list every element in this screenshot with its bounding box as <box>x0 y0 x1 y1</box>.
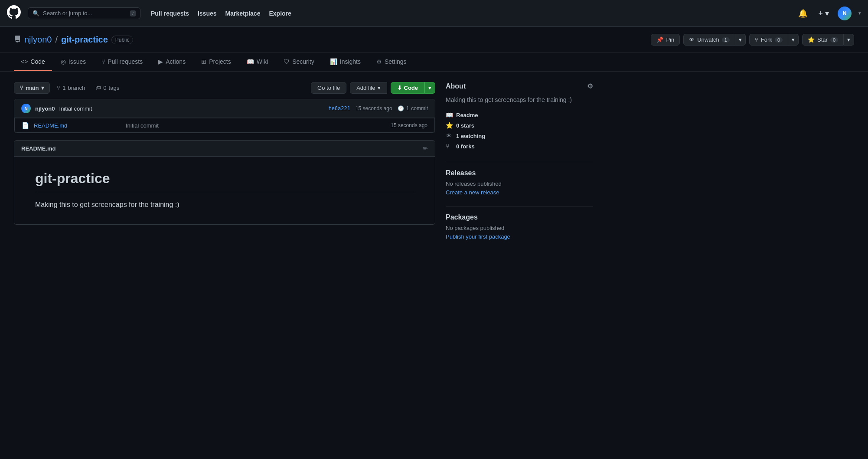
top-nav-links: Pull requests Issues Marketplace Explore <box>151 10 291 17</box>
nav-pull-requests[interactable]: Pull requests <box>151 10 189 17</box>
readme-title: README.md <box>21 145 55 152</box>
about-stat-watching[interactable]: 👁 1 watching <box>446 131 593 141</box>
releases-section: Releases No releases published Create a … <box>446 169 593 196</box>
fork-dropdown[interactable]: ▾ <box>788 34 799 46</box>
about-stat-readme[interactable]: 📖 Readme <box>446 110 593 120</box>
unwatch-button[interactable]: 👁 Unwatch 1 <box>683 34 735 46</box>
star-button[interactable]: ⭐ Star 0 <box>802 34 844 46</box>
unwatch-dropdown[interactable]: ▾ <box>735 34 746 46</box>
pin-button[interactable]: 📌 Pin <box>651 34 680 46</box>
tab-issues[interactable]: ◎ Issues <box>54 53 93 71</box>
commit-history-icon: 🕐 <box>398 105 404 111</box>
avatar-dropdown[interactable]: ▾ <box>858 10 861 16</box>
stars-stat-icon: ⭐ <box>446 122 453 129</box>
readme-box: README.md ✏ git-practice Making this to … <box>14 140 435 225</box>
settings-tab-icon: ⚙ <box>376 58 382 65</box>
commit-avatar: N <box>21 104 31 113</box>
no-releases-text: No releases published <box>446 180 593 187</box>
tab-projects[interactable]: ⊞ Projects <box>194 53 238 71</box>
readme-body: Making this to get screencaps for the tr… <box>35 199 414 210</box>
notifications-button[interactable]: 🔔 <box>796 7 809 20</box>
tab-settings[interactable]: ⚙ Settings <box>369 53 414 71</box>
visibility-badge: Public <box>111 36 134 44</box>
publish-package-link[interactable]: Publish your first package <box>446 233 510 240</box>
star-group: ⭐ Star 0 ▾ <box>802 34 854 46</box>
packages-section: Packages No packages published Publish y… <box>446 213 593 240</box>
repo-owner[interactable]: njlyon0 <box>24 35 52 45</box>
search-bar[interactable]: 🔍 Search or jump to... / <box>28 7 140 19</box>
commit-box: N njlyon0 Initial commit fe6a221 15 seco… <box>14 99 435 133</box>
top-navigation: 🔍 Search or jump to... / Pull requests I… <box>0 0 868 27</box>
pr-tab-icon: ⑂ <box>101 58 105 65</box>
watching-stat-icon: 👁 <box>446 132 453 139</box>
commit-hash[interactable]: fe6a221 <box>328 105 350 111</box>
about-header: About ⚙ <box>446 82 593 90</box>
tag-icon: 🏷 <box>95 85 101 91</box>
about-title: About <box>446 82 466 90</box>
go-to-file-button[interactable]: Go to file <box>311 82 346 94</box>
commit-header: N njlyon0 Initial commit fe6a221 15 seco… <box>14 99 435 118</box>
file-toolbar-right: Go to file Add file ▾ ⬇ Code ▾ <box>311 82 435 94</box>
avatar[interactable]: N <box>838 7 852 20</box>
about-stat-stars[interactable]: ⭐ 0 stars <box>446 120 593 131</box>
star-dropdown[interactable]: ▾ <box>844 34 854 46</box>
sidebar-divider-2 <box>446 206 593 207</box>
branch-selector[interactable]: ⑂ main ▾ <box>14 82 50 94</box>
star-icon: ⭐ <box>808 36 815 43</box>
file-name[interactable]: README.md <box>34 122 121 129</box>
tab-code[interactable]: <> Code <box>14 53 52 71</box>
sidebar-divider-1 <box>446 162 593 162</box>
tab-pull-requests[interactable]: ⑂ Pull requests <box>95 53 150 71</box>
releases-title: Releases <box>446 169 593 177</box>
fork-button[interactable]: ⑂ Fork 0 <box>749 34 788 46</box>
file-commit-message: Initial commit <box>126 122 385 129</box>
add-file-button[interactable]: Add file ▾ <box>350 82 387 94</box>
nav-issues[interactable]: Issues <box>198 10 217 17</box>
file-table: 📄 README.md Initial commit 15 seconds ag… <box>14 118 435 133</box>
create-release-link[interactable]: Create a new release <box>446 189 499 196</box>
repo-title: njlyon0 / git-practice Public <box>14 35 133 45</box>
watching-stat-link[interactable]: 1 watching <box>456 133 485 139</box>
table-row[interactable]: 📄 README.md Initial commit 15 seconds ag… <box>15 118 434 132</box>
tab-security[interactable]: 🛡 Security <box>277 53 321 71</box>
nav-marketplace[interactable]: Marketplace <box>225 10 261 17</box>
tab-wiki[interactable]: 📖 Wiki <box>240 53 275 71</box>
top-nav-right: 🔔 + ▾ N ▾ <box>796 7 861 20</box>
tag-count-link[interactable]: 🏷 0 tags <box>92 83 123 93</box>
about-stat-forks[interactable]: ⑂ 0 forks <box>446 141 593 151</box>
content-left: ⑂ main ▾ ⑂ 1 branch 🏷 0 tags Go to file … <box>14 82 435 240</box>
forks-stat-link[interactable]: 0 forks <box>456 143 475 150</box>
repo-name[interactable]: git-practice <box>61 35 108 45</box>
about-settings-button[interactable]: ⚙ <box>587 82 593 90</box>
commit-message: Initial commit <box>59 105 92 112</box>
readme-edit-button[interactable]: ✏ <box>423 145 428 152</box>
tab-insights[interactable]: 📊 Insights <box>323 53 368 71</box>
file-toolbar: ⑂ main ▾ ⑂ 1 branch 🏷 0 tags Go to file … <box>14 82 435 94</box>
nav-explore[interactable]: Explore <box>269 10 291 17</box>
code-icon: ⬇ <box>397 85 402 91</box>
code-dropdown[interactable]: ▾ <box>424 82 435 94</box>
commit-history-button[interactable]: 🕐 1 commit <box>398 105 428 111</box>
add-file-group: Add file ▾ <box>350 82 387 94</box>
repo-header: njlyon0 / git-practice Public 📌 Pin 👁 Un… <box>0 27 868 53</box>
stars-stat-link[interactable]: 0 stars <box>456 122 474 129</box>
projects-tab-icon: ⊞ <box>201 58 206 65</box>
github-logo[interactable] <box>7 5 21 22</box>
packages-title: Packages <box>446 213 593 221</box>
unwatch-group: 👁 Unwatch 1 ▾ <box>683 34 746 46</box>
code-tab-icon: <> <box>21 58 28 65</box>
branch-count-link[interactable]: ⑂ 1 branch <box>53 83 88 93</box>
commit-time: 15 seconds ago <box>356 105 392 111</box>
tab-actions[interactable]: ▶ Actions <box>151 53 193 71</box>
readme-heading: git-practice <box>35 170 414 192</box>
code-button-group: ⬇ Code ▾ <box>391 82 436 94</box>
create-menu-button[interactable]: + ▾ <box>816 7 831 20</box>
branch-selector-icon: ⑂ <box>20 85 23 91</box>
readme-stat-link[interactable]: Readme <box>456 112 478 118</box>
main-container: ⑂ main ▾ ⑂ 1 branch 🏷 0 tags Go to file … <box>0 72 607 250</box>
code-button[interactable]: ⬇ Code <box>391 82 425 94</box>
security-tab-icon: 🛡 <box>284 58 290 65</box>
insights-tab-icon: 📊 <box>330 58 337 65</box>
search-icon: 🔍 <box>33 10 39 16</box>
commit-author[interactable]: njlyon0 <box>35 105 55 112</box>
